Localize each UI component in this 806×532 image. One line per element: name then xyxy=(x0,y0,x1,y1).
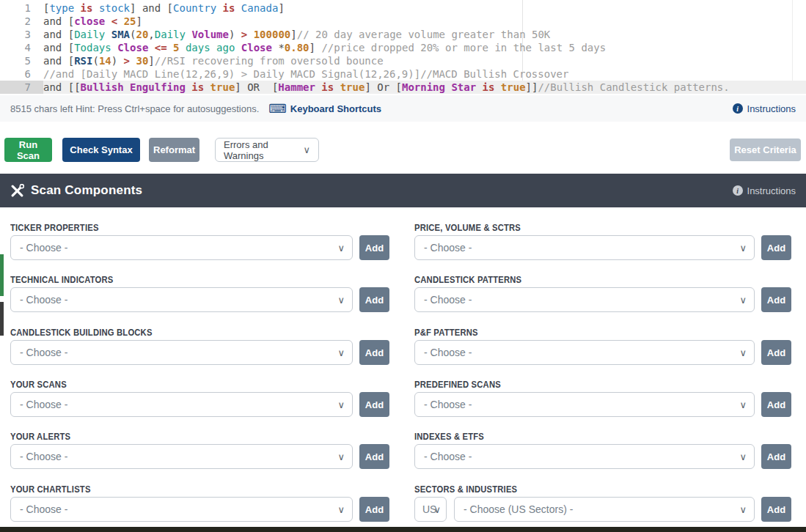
chevron-down-icon: ∨ xyxy=(739,400,747,410)
add-button[interactable]: Add xyxy=(761,235,791,260)
component-label: P&F PATTERNS xyxy=(414,328,478,338)
code-token: 5 xyxy=(173,42,179,53)
section-instructions-label: Instructions xyxy=(747,185,796,196)
left-edge-tab-bottom[interactable] xyxy=(0,302,4,336)
add-button[interactable]: Add xyxy=(761,287,791,312)
code-line[interactable]: 5and [RSI(14) > 30]//RSI recovering from… xyxy=(0,54,806,67)
reset-criteria-button[interactable]: Reset Criteria xyxy=(730,138,801,161)
code-token: ) xyxy=(229,29,241,40)
code-text: and [RSI(14) > 30]//RSI recovering from … xyxy=(43,55,384,67)
editor-instructions-label: Instructions xyxy=(747,103,796,114)
code-token: Hammer xyxy=(278,81,315,93)
component-select[interactable]: - Choose -∨ xyxy=(414,287,755,312)
code-token: Daily xyxy=(74,29,105,40)
add-button[interactable]: Add xyxy=(359,287,389,312)
code-token xyxy=(494,81,500,93)
component-select[interactable]: - Choose -∨ xyxy=(414,235,755,260)
scan-components-header: Scan Components i Instructions xyxy=(0,174,806,207)
code-token xyxy=(117,15,123,27)
code-line[interactable]: 7and [[Bullish Engulfing is true] OR [Ha… xyxy=(0,81,806,94)
component-label: PRICE, VOLUME & SCTRS xyxy=(414,223,521,233)
code-token: true xyxy=(340,81,365,93)
line-number: 4 xyxy=(0,41,43,54)
code-token: <= xyxy=(155,42,167,53)
component-label: CANDLESTICK PATTERNS xyxy=(414,275,521,285)
code-area[interactable]: 1[type is stock] and [Country is Canada]… xyxy=(0,1,806,94)
code-token: ] xyxy=(278,2,284,14)
chevron-down-icon: ∨ xyxy=(337,452,345,462)
code-token xyxy=(92,2,98,14)
section-instructions-link[interactable]: i Instructions xyxy=(733,185,796,196)
code-token: Morning Star xyxy=(402,81,476,93)
code-token: true xyxy=(501,81,526,93)
component-select[interactable]: - Choose (US Sectors) -∨ xyxy=(454,497,755,522)
code-token xyxy=(111,42,117,53)
component-select[interactable]: - Choose -∨ xyxy=(10,392,353,417)
chevron-down-icon: ∨ xyxy=(303,145,310,155)
code-text: [type is stock] and [Country is Canada] xyxy=(43,2,285,14)
component-select[interactable]: - Choose -∨ xyxy=(10,444,353,469)
add-button[interactable]: Add xyxy=(761,444,791,469)
code-token xyxy=(334,81,340,93)
component-select-value: - Choose - xyxy=(20,399,67,410)
component-select[interactable]: - Choose -∨ xyxy=(414,392,755,417)
add-button[interactable]: Add xyxy=(359,392,389,417)
code-token: is xyxy=(81,2,93,14)
code-token: ] xyxy=(290,29,296,40)
editor-instructions-link[interactable]: i Instructions xyxy=(733,103,796,114)
component-select[interactable]: - Choose -∨ xyxy=(10,340,353,365)
add-button[interactable]: Add xyxy=(359,340,389,365)
code-token: > xyxy=(241,29,247,40)
code-token: //price dropped 20% or more in the last … xyxy=(321,42,606,53)
code-line[interactable]: 6//and [Daily MACD Line(12,26,9) > Daily… xyxy=(0,67,806,81)
add-button[interactable]: Add xyxy=(359,444,389,469)
component-label: TECHNICAL INDICATORS xyxy=(10,275,113,285)
code-token xyxy=(105,15,111,27)
check-syntax-button[interactable]: Check Syntax xyxy=(62,138,140,162)
component-select[interactable]: - Choose -∨ xyxy=(414,340,755,365)
code-token xyxy=(235,42,241,53)
bottom-section-edge xyxy=(0,527,806,532)
component-select[interactable]: - Choose -∨ xyxy=(10,287,353,312)
info-icon: i xyxy=(733,103,743,114)
code-text: and [Todays Close <= 5 days ago Close *0… xyxy=(43,42,606,53)
add-button[interactable]: Add xyxy=(761,497,791,522)
chevron-down-icon: ∨ xyxy=(739,505,747,514)
component-select[interactable]: - Choose -∨ xyxy=(10,235,353,260)
component-label: SECTORS & INDUSTRIES xyxy=(414,484,517,495)
add-button[interactable]: Add xyxy=(761,392,791,417)
code-token xyxy=(180,42,186,53)
line-number: 3 xyxy=(0,28,43,41)
code-line[interactable]: 1[type is stock] and [Country is Canada] xyxy=(0,1,806,15)
component-select[interactable]: - Choose -∨ xyxy=(414,444,755,469)
chars-left-hint: 8515 chars left Hint: Press Ctrl+space f… xyxy=(10,103,259,114)
code-line[interactable]: 4and [Todays Close <= 5 days ago Close *… xyxy=(0,41,806,54)
code-token: Country xyxy=(173,2,216,14)
code-line[interactable]: 2and [close < 25] xyxy=(0,15,806,28)
component-select[interactable]: - Choose -∨ xyxy=(10,497,353,522)
add-button[interactable]: Add xyxy=(761,340,791,365)
code-token xyxy=(247,29,253,40)
code-token: //RSI recovering from oversold bounce xyxy=(155,55,384,67)
add-button[interactable]: Add xyxy=(359,497,389,522)
code-token: is xyxy=(223,2,235,14)
keyboard-shortcuts-link[interactable]: Keyboard Shortcuts xyxy=(290,103,381,114)
country-select[interactable]: US∨ xyxy=(414,497,447,522)
code-token: ] and [ xyxy=(130,2,173,14)
component-select-value: - Choose - xyxy=(424,242,472,254)
code-text: and [close < 25] xyxy=(43,15,142,27)
code-token: 14 xyxy=(99,55,111,67)
code-text: and [Daily SMA(20,Daily Volume) > 100000… xyxy=(43,29,550,40)
scan-editor[interactable]: 1[type is stock] and [Country is Canada]… xyxy=(0,0,806,95)
errors-warnings-select[interactable]: Errors and Warnings ∨ xyxy=(215,138,319,162)
code-token: , xyxy=(148,29,154,40)
reformat-button[interactable]: Reformat xyxy=(149,138,199,162)
left-edge-tab-top[interactable] xyxy=(0,254,4,296)
add-button[interactable]: Add xyxy=(359,235,389,260)
code-line[interactable]: 3and [Daily SMA(20,Daily Volume) > 10000… xyxy=(0,28,806,41)
code-token xyxy=(167,42,173,53)
code-token: close xyxy=(74,15,105,27)
code-token: is xyxy=(321,81,334,93)
chevron-down-icon: ∨ xyxy=(337,243,345,253)
run-scan-button[interactable]: Run Scan xyxy=(4,138,52,162)
